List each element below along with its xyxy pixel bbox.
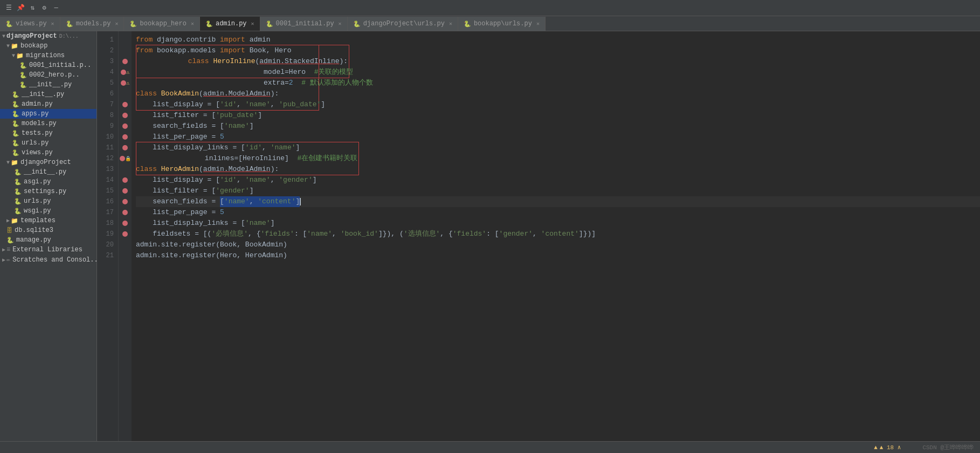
- base-class: admin.ModelAdmin: [203, 88, 271, 99]
- gutter-cell-11[interactable]: [119, 142, 132, 153]
- sidebar-item-djangoproject[interactable]: ▼ 📁 djangoProject: [0, 157, 96, 167]
- file-py-icon: 🐍: [14, 198, 22, 205]
- tab-bookapp-hero[interactable]: 🐍 bookapp_hero ✕: [124, 17, 199, 31]
- gutter-cell-14[interactable]: [119, 175, 132, 186]
- gutter-cell-9[interactable]: [119, 121, 132, 132]
- code-text: admin.site.register(Hero, HeroAdmin): [136, 250, 287, 261]
- tab-close-bookapp[interactable]: ✕: [191, 20, 194, 27]
- pin-icon[interactable]: 📌: [16, 4, 25, 12]
- scratch-icon: ✏: [6, 256, 10, 264]
- gutter-cell-10[interactable]: [119, 132, 132, 142]
- tab-views[interactable]: 🐍 views.py ✕: [0, 17, 60, 31]
- sidebar-item-urls-bookapp[interactable]: 🐍 urls.py: [0, 138, 96, 148]
- sidebar-item-migrations[interactable]: ▼ 📁 migrations: [0, 51, 96, 60]
- sidebar-item-0001[interactable]: 🐍 0001_initial.p..: [0, 60, 96, 70]
- code-text: ,: [250, 196, 258, 207]
- string: 'name': [307, 229, 332, 239]
- string: 'content': [258, 196, 295, 207]
- string: 'name': [224, 121, 250, 132]
- file-label: 0002_hero.p..: [29, 71, 80, 79]
- sidebar-item-wsgi[interactable]: 🐍 wsgi.py: [0, 206, 96, 216]
- sidebar-item-manage[interactable]: 🐍 manage.py: [0, 235, 96, 245]
- arrow-icon: ▼: [2, 33, 5, 39]
- sidebar-item-tests[interactable]: 🐍 tests.py: [0, 128, 96, 138]
- file-label: urls.py: [22, 139, 49, 147]
- gutter-cell-7[interactable]: [119, 99, 132, 110]
- keyword: import: [220, 35, 250, 45]
- code-content: 12345 678910 1112131415 1617181920 21 ⚠ …: [97, 31, 980, 441]
- minimize-icon[interactable]: ─: [52, 4, 60, 12]
- tab-close-initial[interactable]: ✕: [339, 20, 342, 27]
- gutter-cell-17[interactable]: [119, 207, 132, 218]
- punct: ):: [271, 88, 279, 99]
- file-py-icon: 🐍: [12, 91, 19, 98]
- gutter-cell-16[interactable]: [119, 196, 132, 207]
- gutter-cell-13: [119, 164, 132, 175]
- gutter-cell-4[interactable]: ⚠: [119, 67, 132, 78]
- sidebar-item-bookapp[interactable]: ▼ 📁 bookapp: [0, 41, 96, 51]
- menu-icon[interactable]: ☰: [4, 4, 13, 12]
- gutter-cell-8[interactable]: [119, 110, 132, 121]
- code-text: list_display = [: [136, 175, 220, 186]
- sidebar-item-models[interactable]: 🐍 models.py: [0, 119, 96, 128]
- sidebar-item-templates[interactable]: ▶ 📁 templates: [0, 216, 96, 225]
- sidebar-item-views[interactable]: 🐍 views.py: [0, 148, 96, 157]
- sidebar-item-db[interactable]: 🗄 db.sqlite3: [0, 225, 96, 235]
- settings-icon[interactable]: ⚙: [40, 4, 49, 12]
- file-label: wsgi.py: [24, 207, 51, 215]
- tab-models[interactable]: 🐍 models.py ✕: [60, 17, 125, 31]
- arrow-icon: ▼: [12, 53, 15, 59]
- code-line-6: class BookAdmin(admin.ModelAdmin):: [136, 88, 980, 99]
- sidebar-item-admin[interactable]: 🐍 admin.py: [0, 99, 96, 109]
- code-line-20: admin.site.register(Book, BookAdmin): [136, 239, 980, 250]
- gutter-cell-15[interactable]: [119, 186, 132, 196]
- sidebar-item-settings[interactable]: 🐍 settings.py: [0, 187, 96, 196]
- code-lines[interactable]: from django.contrib import admin from bo…: [132, 31, 980, 441]
- code-editor[interactable]: 12345 678910 1112131415 1617181920 21 ⚠ …: [97, 31, 980, 441]
- sidebar-item-0002[interactable]: 🐍 0002_hero.p..: [0, 70, 96, 80]
- tab-bookapp-urls[interactable]: 🐍 bookapp\urls.py ✕: [458, 17, 546, 31]
- file-py-icon: 🐍: [14, 188, 22, 195]
- tab-initial[interactable]: 🐍 0001_initial.py ✕: [260, 17, 348, 31]
- tab-close-project-urls[interactable]: ✕: [449, 20, 452, 27]
- warn-icon: ⚠: [126, 69, 129, 76]
- sidebar-item-init-bookapp[interactable]: 🐍 __init__.py: [0, 90, 96, 99]
- tab-close-models[interactable]: ✕: [115, 20, 118, 27]
- collapse-icon[interactable]: ⇅: [28, 4, 37, 12]
- sidebar-item-external-libs[interactable]: ▶ ≡ External Libraries: [0, 245, 96, 255]
- folder-label: djangoProject: [20, 159, 71, 166]
- file-label: models.py: [22, 120, 57, 127]
- file-label: db.sqlite3: [15, 226, 53, 234]
- string: 'gender': [279, 175, 312, 186]
- tab-close-views[interactable]: ✕: [51, 20, 54, 27]
- tab-admin[interactable]: 🐍 admin.py ✕: [200, 17, 260, 31]
- code-line-14: list_display = ['id', 'name', 'gender']: [136, 175, 980, 186]
- warn-triangle-icon: ▲: [874, 444, 878, 451]
- gutter-cell-19[interactable]: [119, 229, 132, 239]
- gutter-cell-3[interactable]: [119, 56, 132, 67]
- string: 'name': [245, 175, 271, 186]
- breakpoint: [120, 156, 125, 161]
- tab-close-admin[interactable]: ✕: [251, 20, 254, 27]
- code-text: fieldsets = [(: [136, 229, 211, 239]
- gutter-cell-1: [119, 35, 132, 45]
- sidebar-item-init-migrations[interactable]: 🐍 __init__.py: [0, 80, 96, 90]
- sidebar-item-scratches[interactable]: ▶ ✏ Scratches and Consol...: [0, 255, 96, 265]
- sidebar-item-urls-djp[interactable]: 🐍 urls.py: [0, 196, 96, 206]
- sidebar-item-asgi[interactable]: 🐍 asgi.py: [0, 177, 96, 187]
- breakpoint: [121, 80, 126, 86]
- sidebar-item-init-djp[interactable]: 🐍 __init__.py: [0, 167, 96, 177]
- file-label: 0001_initial.p..: [29, 61, 91, 69]
- sidebar-item-apps[interactable]: 🐍 apps.py: [0, 109, 96, 119]
- arrow-icon: ▶: [6, 217, 10, 224]
- code-text: extra=: [247, 79, 289, 87]
- folder-icon: 📁: [11, 43, 18, 50]
- tab-project-urls[interactable]: 🐍 djangoProject\urls.py ✕: [348, 17, 458, 31]
- gutter-cell-18[interactable]: [119, 218, 132, 229]
- base-class: admin.ModelAdmin: [203, 164, 271, 175]
- gutter-cell-12[interactable]: 🔒: [119, 153, 132, 164]
- project-root[interactable]: ▼ djangoProject D:\...: [0, 31, 96, 41]
- gutter-cell-5[interactable]: ⚠: [119, 78, 132, 88]
- string: 'id': [220, 99, 237, 110]
- tab-close-bookapp-urls[interactable]: ✕: [536, 20, 540, 27]
